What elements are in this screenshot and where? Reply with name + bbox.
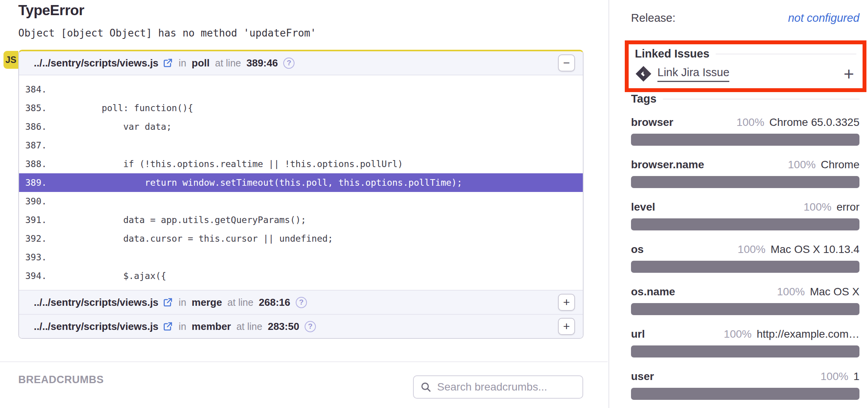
tag-value: 1 [853, 370, 859, 383]
language-badge-js: JS [3, 51, 18, 69]
tags-section: Tags browser100%Chrome 65.0.3325browser.… [631, 92, 859, 408]
search-breadcrumbs-input[interactable] [436, 380, 578, 394]
tags-list: browser100%Chrome 65.0.3325browser.name1… [631, 116, 859, 400]
linked-issues-heading: Linked Issues [635, 47, 709, 60]
code-line: 388. if (!this.options.realtime || !this… [19, 155, 583, 173]
frame-line-number: 268:16 [259, 296, 290, 309]
code-line: 394. $.ajax({ [19, 267, 583, 285]
expand-frame-button[interactable]: + [558, 318, 575, 335]
tags-heading: Tags [631, 92, 657, 105]
frame-atline-label: at line [215, 58, 241, 69]
tags-heading-row: Tags [631, 92, 859, 105]
tag-value: Chrome [821, 159, 859, 171]
release-not-configured-link[interactable]: not configured [788, 12, 859, 24]
tag-distribution-bar[interactable] [631, 134, 859, 146]
open-in-new-icon[interactable] [162, 321, 173, 332]
release-row: Release: not configured [631, 12, 859, 24]
frame-in-label: in [179, 58, 186, 69]
tag-row: level100%error [631, 201, 859, 230]
stacktrace-container: JS ../../sentry/scripts/views.js in poll… [18, 50, 584, 339]
tag-distribution-bar[interactable] [631, 176, 859, 188]
line-number: 388. [25, 155, 50, 173]
line-code: data = app.utils.getQueryParams(); [59, 215, 306, 225]
tag-percent: 100% [788, 159, 816, 171]
stack-frame-header-active[interactable]: ../../sentry/scripts/views.js in poll at… [19, 51, 583, 75]
help-icon[interactable]: ? [296, 297, 307, 308]
tag-key[interactable]: browser.name [631, 159, 704, 171]
code-line: 384. [19, 80, 583, 99]
tag-key[interactable]: os [631, 243, 644, 256]
frame-line-number: 283:50 [268, 321, 299, 333]
help-icon[interactable]: ? [305, 321, 316, 332]
frame-filename: ../../sentry/scripts/views.js [34, 57, 159, 69]
stack-frame-header-collapsed[interactable]: ../../sentry/scripts/views.js inmemberat… [19, 314, 583, 338]
line-number: 392. [25, 229, 50, 248]
code-line: 385. poll: function(){ [19, 99, 583, 117]
linked-issues-heading-row: Linked Issues [635, 47, 856, 60]
line-code: $.ajax({ [59, 271, 166, 281]
frame-function: merge [192, 296, 222, 309]
link-jira-issue-link[interactable]: Link Jira Issue [657, 66, 729, 82]
tag-percent: 100% [821, 370, 849, 383]
code-line: 387. [19, 136, 583, 155]
line-number: 386. [25, 117, 50, 136]
code-line: 391. data = app.utils.getQueryParams(); [19, 211, 583, 229]
event-detail-main: TypeError Object [object Object] has no … [0, 0, 608, 408]
frame-in-label: in [179, 297, 186, 308]
open-in-new-icon[interactable] [162, 58, 173, 68]
tag-value: http://example.com… [756, 328, 859, 340]
line-number: 391. [25, 211, 50, 229]
frame-line-number: 389:46 [246, 57, 278, 69]
line-code: var data; [59, 122, 172, 132]
tag-distribution-bar[interactable] [631, 261, 859, 273]
heading-rule [716, 54, 856, 54]
open-in-new-icon[interactable] [162, 297, 173, 308]
tag-key[interactable]: url [631, 328, 645, 340]
frame-atline-label: at line [236, 321, 262, 332]
frame-in-label: in [179, 321, 186, 332]
error-type-title: TypeError [18, 2, 84, 19]
event-sidebar: Release: not configured Linked Issues Li… [608, 0, 868, 408]
code-line: 390. [19, 192, 583, 211]
tag-percent: 100% [736, 116, 764, 129]
line-number: 393. [25, 248, 50, 267]
breadcrumbs-search-box[interactable] [413, 375, 583, 399]
tag-distribution-bar[interactable] [631, 218, 859, 230]
tag-key[interactable]: user [631, 370, 654, 383]
code-line: 386. var data; [19, 117, 583, 136]
code-lines: 384.385. poll: function(){386. var data;… [19, 75, 583, 290]
tag-key[interactable]: level [631, 201, 655, 213]
frame-filename: ../../sentry/scripts/views.js [34, 296, 159, 309]
tag-value: Mac OS X 10.13.4 [770, 243, 859, 256]
section-divider [0, 361, 608, 362]
frame-function: poll [192, 57, 209, 69]
stack-frame-header-collapsed[interactable]: ../../sentry/scripts/views.js inmergeat … [19, 290, 583, 314]
code-line: 393. [19, 248, 583, 267]
line-number: 389. [25, 173, 50, 192]
tag-key[interactable]: os.name [631, 286, 675, 298]
tag-row: browser100%Chrome 65.0.3325 [631, 116, 859, 146]
heading-rule [663, 99, 859, 99]
line-code: return window.setTimeout(this.poll, this… [59, 178, 462, 188]
line-number: 385. [25, 99, 50, 117]
tag-row: user100%1 [631, 370, 859, 400]
error-message: Object [object Object] has no method 'up… [18, 27, 316, 39]
expand-frame-button[interactable]: + [558, 294, 575, 311]
tag-percent: 100% [724, 328, 752, 340]
line-number: 387. [25, 136, 50, 155]
line-code: poll: function(){ [59, 103, 193, 113]
tag-percent: 100% [804, 201, 831, 213]
tag-key[interactable]: browser [631, 116, 673, 129]
line-code: if (!this.options.realtime || !this.opti… [59, 159, 403, 169]
collapse-frame-button[interactable]: − [558, 54, 575, 71]
tag-distribution-bar[interactable] [631, 303, 859, 315]
tag-value: error [837, 201, 859, 213]
link-jira-issue-row: Link Jira Issue + [635, 65, 856, 83]
collapsed-frames: ../../sentry/scripts/views.js inmergeat … [19, 290, 583, 338]
tag-row: os100%Mac OS X 10.13.4 [631, 243, 859, 273]
add-linked-issue-button[interactable]: + [844, 65, 854, 83]
tag-distribution-bar[interactable] [631, 345, 859, 357]
help-icon[interactable]: ? [283, 58, 295, 69]
tag-distribution-bar[interactable] [631, 388, 859, 400]
tag-percent: 100% [777, 286, 805, 298]
